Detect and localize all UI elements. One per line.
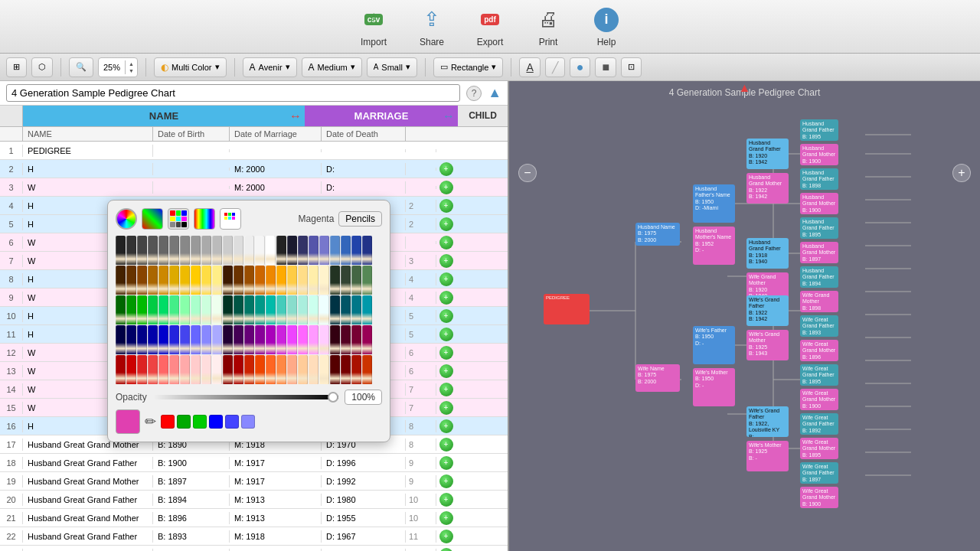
ggm-8[interactable]: Wife Great Grand MotherB: 1900B: - — [800, 487, 838, 508]
add-button[interactable]: + — [439, 346, 453, 360]
cell-dod[interactable]: D: 1955 — [322, 512, 406, 524]
add-button[interactable]: + — [439, 272, 453, 286]
text-color-button[interactable]: A — [519, 57, 540, 77]
export-button[interactable]: pdf Export — [476, 6, 504, 47]
pencil-swatch[interactable] — [351, 236, 361, 265]
pencil-swatch[interactable] — [234, 266, 243, 295]
node-wm-father[interactable]: Wife's Grand Father B: 1922, Louisville … — [746, 406, 789, 437]
add-button[interactable]: + — [439, 456, 453, 470]
cell-dod[interactable]: D: 1979 — [322, 549, 406, 552]
pencil-swatch[interactable] — [234, 295, 243, 324]
ggf-2[interactable]: Husband Grand FatherB: 1898B: - — [800, 168, 838, 190]
quick-color-swatch[interactable] — [225, 415, 239, 429]
cell-dod[interactable]: D: — [322, 163, 406, 175]
org-view-button[interactable]: ⬡ — [31, 57, 53, 77]
pencil-swatch[interactable] — [319, 236, 329, 265]
pencil-swatch[interactable] — [287, 236, 297, 265]
pencil-swatch[interactable] — [276, 236, 286, 265]
main-person-node[interactable]: PEDIGREE — [544, 294, 590, 324]
add-button[interactable]: + — [439, 401, 453, 415]
cell-name[interactable]: Husband Great Grand Father — [23, 494, 153, 506]
pencil-swatch[interactable] — [212, 325, 222, 354]
pencil-swatch[interactable] — [298, 236, 308, 265]
pencil-swatch[interactable] — [351, 355, 361, 384]
pencil-swatch[interactable] — [298, 325, 308, 354]
pencil-swatch[interactable] — [158, 236, 168, 265]
pencil-swatch[interactable] — [158, 325, 168, 354]
pencil-swatch[interactable] — [116, 295, 126, 324]
pencil-swatch[interactable] — [244, 266, 254, 295]
font-button[interactable]: A Avenir ▾ — [243, 57, 297, 77]
ggf-8[interactable]: Wife Great Grand FatherB: 1897B: - — [800, 462, 838, 484]
add-button[interactable]: + — [439, 548, 453, 552]
cell-dom[interactable]: M: 1918 — [230, 549, 322, 552]
pencil-swatch[interactable] — [137, 295, 147, 324]
pencil-swatch[interactable] — [362, 325, 372, 354]
scroll-up-chart[interactable]: ▲ — [739, 81, 751, 95]
pencil-swatch[interactable] — [148, 266, 158, 295]
pencil-swatch[interactable] — [191, 236, 201, 265]
pencil-swatch[interactable] — [330, 295, 340, 324]
cell-dod[interactable]: D: 1996 — [322, 457, 406, 469]
ggm-5[interactable]: Wife Great Grand MotherB: 1896B: - — [800, 340, 838, 361]
cell-name[interactable]: H — [23, 163, 153, 175]
palette-button[interactable] — [220, 208, 241, 230]
add-button[interactable]: + — [439, 438, 453, 452]
color-mode-button[interactable]: ◐ Multi Color ▾ — [154, 57, 227, 77]
node-hf-father[interactable]: Husband Grand Father B: 1920 B: 1942 — [746, 139, 789, 169]
pencil-swatch[interactable] — [234, 236, 243, 265]
cell-name[interactable]: Husband Great Grand Father — [23, 457, 153, 469]
add-button[interactable]: + — [439, 530, 453, 543]
node-husband-1[interactable]: Husband Name B: 1975 B: 2000 — [635, 223, 680, 246]
quick-color-swatch[interactable] — [241, 415, 255, 429]
pencil-swatch[interactable] — [298, 355, 308, 384]
pencil-swatch[interactable] — [244, 295, 254, 324]
pencil-swatch[interactable] — [212, 236, 222, 265]
ggm-2[interactable]: Husband Grand MotherB: 1900B: - — [800, 193, 838, 214]
pencil-swatch[interactable] — [180, 236, 190, 265]
pencil-swatch[interactable] — [169, 355, 179, 384]
share-button[interactable]: ⇪ Share — [418, 6, 446, 47]
pencil-swatch[interactable] — [319, 325, 329, 354]
pencil-swatch[interactable] — [223, 355, 233, 384]
add-button[interactable]: + — [439, 254, 453, 268]
pencil-swatch[interactable] — [169, 236, 179, 265]
pencil-swatch[interactable] — [126, 355, 136, 384]
title-help-button[interactable]: ? — [466, 86, 482, 101]
pencil-swatch[interactable] — [191, 266, 201, 295]
node-wf-father[interactable]: Wife's Grand Father B: 1922 B: 1942 — [746, 295, 789, 326]
zoom-down-arrow[interactable]: ▼ — [126, 67, 137, 74]
pencil-swatch[interactable] — [341, 355, 351, 384]
cell-dom[interactable]: M: 1918 — [230, 530, 322, 543]
cell-dob[interactable]: B: 1896 — [153, 512, 230, 524]
cell-dob[interactable]: B: 1893 — [153, 530, 230, 543]
cell-dom[interactable]: M: 1913 — [230, 512, 322, 524]
pencil-swatch[interactable] — [244, 355, 254, 384]
table-view-button[interactable]: ⊞ — [6, 57, 27, 77]
pencil-swatch[interactable] — [255, 325, 265, 354]
pencil-swatch[interactable] — [266, 295, 276, 324]
import-button[interactable]: csv ↓ Import — [360, 6, 387, 47]
node-wife-1[interactable]: Wife Name B: 1975 B: 2000 — [635, 364, 680, 392]
pencil-swatch[interactable] — [169, 266, 179, 295]
pencil-swatch[interactable] — [266, 355, 276, 384]
ggf-4[interactable]: Husband Grand FatherB: 1894B: - — [800, 266, 838, 288]
add-button[interactable]: + — [439, 328, 453, 341]
expand-button[interactable]: ⊡ — [621, 57, 642, 77]
zoom-out-button[interactable]: 🔍 — [69, 57, 93, 77]
current-color-swatch[interactable] — [116, 409, 140, 434]
pencil-swatch[interactable] — [266, 236, 276, 265]
node-hf-mother[interactable]: Husband Grand Mother B: 1922 B: 1942 — [746, 173, 789, 204]
pencils-button[interactable]: Pencils — [338, 211, 382, 227]
pencil-swatch[interactable] — [309, 236, 318, 265]
pencil-swatch[interactable] — [287, 295, 297, 324]
cell-dob[interactable]: B: 1890 — [153, 549, 230, 552]
border-color-button[interactable]: ■ — [595, 57, 616, 77]
cell-dod[interactable] — [322, 149, 406, 152]
swatch-button[interactable] — [142, 208, 163, 230]
add-button[interactable]: + — [439, 364, 453, 378]
cell-dob[interactable]: B: 1894 — [153, 494, 230, 506]
pencil-swatch[interactable] — [330, 266, 340, 295]
pencil-swatch[interactable] — [255, 355, 265, 384]
pencil-swatch[interactable] — [362, 266, 372, 295]
